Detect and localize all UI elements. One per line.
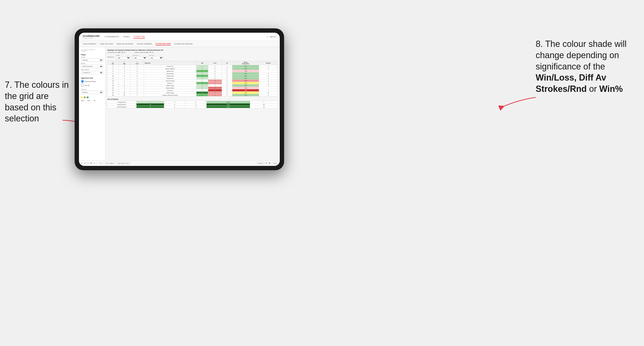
filter-opponent-select[interactable]: (All) [149,56,163,59]
table-row: 311 Esther Lee 1 0 1 1.50 4 [108,65,278,68]
annotation-left-text: 7. The colours in the grid are based on … [5,80,68,123]
sidebar-time: 16:55:38 [81,50,86,52]
filter-conference: Conference (All) [132,55,147,59]
filter-region: Region (All) [116,55,130,59]
toolbar-undo2[interactable]: ↩ [84,162,86,164]
main-content: Last Updated: 27/03/2024 16:55:38 Player… [79,47,280,160]
annotation-right-or: or [587,84,599,94]
radio-opponents-played[interactable]: Opponents Played [81,80,103,83]
col-win: Win [196,61,208,65]
opponent-view-section: Opponent view Opponents Played Top 100 [81,77,103,87]
filter-region-select[interactable]: (All) [116,56,130,59]
sidebar-player-title: Player [81,54,103,55]
sidebar-gender-label: Gender [81,56,103,58]
toolbar-sep1 [103,162,103,165]
logo-text: SCOREBOARD [83,35,100,37]
cell-diff-very-dark2: 7.400 [206,106,250,108]
col-opponent: Opponent [144,61,196,65]
cell-diff-very-dark: -5.00 [232,89,259,92]
toolbar-cut[interactable]: ✂ [94,162,95,164]
table-row: 1311 Jessica Huang 0 1 0 -3.00 2 [108,80,278,82]
col-div: #Div [108,61,118,65]
table-row: 1474 Eunice Yi 2 2 0 0.38 9 [108,82,278,84]
nav-link-tournaments[interactable]: TOURNAMENTS [104,35,119,38]
table-row: 20117 Federica Domecq Lacroze 2 1 0 1.33… [108,94,278,96]
legend-label-up: Up [92,100,95,101]
legend-label-level: Level [86,100,91,101]
toolbar-save-custom[interactable]: Save Custom View [116,162,130,165]
sub-nav-player-summary[interactable]: PLAYER SUMMARY [137,42,152,45]
out-of-division-title: Out of division [107,98,278,100]
table-row: NCAA Division 2 5 0 0 7.400 10 [108,106,278,108]
nav-link-teams[interactable]: TEAMS [123,35,130,38]
annotation-right-bold2: Win% [599,84,623,94]
sidebar-division-select[interactable]: NCAA Division III [81,65,103,68]
legend-dot-level [84,96,86,98]
toolbar-grid[interactable]: ⊞ [90,162,92,164]
toolbar-circle[interactable]: ⊙ [100,162,101,164]
nav-links: TOURNAMENTS TEAMS COMMITTEE [104,35,267,38]
toolbar-view-original[interactable]: View: Original [104,162,115,165]
sub-nav-player-h2h-heatmap[interactable]: PLAYER H2H HEATMAP [174,42,193,45]
toolbar-right: Watch ▾ ⊡ ⊠ Share [257,162,278,165]
colour-section: Colour by Win/loss [81,89,103,95]
main-data-table: #Div #Reg #Conf Opponent Win Loss Tie Di… [107,61,278,96]
arrow-right-indicator [500,95,538,109]
sub-nav-team-h2h-grid[interactable]: TEAM H2H GRID [100,42,113,45]
toolbar-icon1[interactable]: ⊡ [266,162,267,164]
cell-win-max: 15 [136,103,164,106]
nav-bar: SCOREBOARD Powered by clippd TOURNAMENTS… [79,33,280,41]
table-row: 914 Sharon Mun 1 0 0 3.67 3 [108,72,278,75]
out-of-division-table: Foreign Team 1 0 0 4.500 2 NAIA Division… [107,101,278,108]
toolbar-share[interactable]: Share [272,162,278,165]
sidebar-player-rank-label: Player (Rank) [81,69,103,70]
legend-labels: Down Level Up [81,100,103,101]
cell-loss-very-dark: 1 [208,89,222,92]
table-row: 1063 Andrea York 2 0 0 4.00 4 [108,75,278,77]
radio-top100[interactable]: Top 100 [81,84,103,87]
colour-by-select[interactable]: Win/loss [81,91,103,94]
sub-nav-team-summary[interactable]: TEAM SUMMARY [83,42,96,45]
legend-dot-down [81,96,83,98]
col-reg: #Reg [118,61,130,65]
legend-row [81,96,103,98]
toolbar-redo[interactable]: ↪ [87,162,89,164]
nav-signin-icon: ›| [267,36,268,37]
table-row: Foreign Team 1 0 0 4.500 2 [108,101,278,103]
table-row: 522 Alexis Sudjianto 1 0 0 4.00 3 [108,68,278,70]
table-header-row: #Div #Reg #Conf Opponent Win Loss Tie Di… [108,61,278,65]
nav-signout-link[interactable]: Sign out [270,36,276,37]
filter-row: Opponents: Region (All) Conference (All) [107,55,278,59]
filter-conference-label: Conference [132,55,147,56]
col-conf: #Conf [130,61,144,65]
table-row: 1631 Jessica Mason 1 2 0 -0.94 [108,87,278,89]
col-diff-av: Diff AvStrokes/Rnd [232,61,259,65]
tablet-screen: SCOREBOARD Powered by clippd TOURNAMENTS… [79,33,280,166]
grid-area: Katelyn Vo Head-to-Head Grid for Women's… [106,47,280,160]
sub-nav-team-h2h-heatmap[interactable]: TEAM H2H HEATMAP [116,42,133,45]
cell-win-very-dark2: 5 [136,106,164,108]
filter-opponent: Opponent (All) [149,55,163,59]
table-row: 1585 Stella Cheng 1 0 0 1.25 4 [108,84,278,87]
opponents-label: Opponents: [107,56,114,58]
toolbar-watch[interactable]: Watch ▾ [257,162,264,165]
filter-region-label: Region [116,55,130,56]
col-loss: Loss [208,61,222,65]
sidebar-gender-select[interactable]: Women's [81,58,103,62]
filter-conference-select[interactable]: (All) [132,56,147,59]
toolbar-dots[interactable]: ··· [96,162,98,164]
toolbar-undo[interactable]: ↩ [81,162,82,164]
annotation-right-text1: 8. The colour shade will change dependin… [536,39,627,71]
opponent-view-title: Opponent view [81,77,103,79]
sidebar: Last Updated: 27/03/2024 16:55:38 Player… [79,47,106,160]
sidebar-timestamp: Last Updated: 27/03/2024 16:55:38 [81,49,103,52]
table-row: 1111 Heejo Hyun 1 0 0 3.33 3 [108,77,278,80]
nav-link-committee[interactable]: COMMITTEE [133,35,145,38]
legend-label-down: Down [81,100,86,101]
colour-by-label: Colour by [81,89,103,90]
table-row: NAIA Division 1 15 0 0 9.267 30 [108,103,278,106]
sub-nav-player-h2h-grid[interactable]: PLAYER H2H GRID [156,42,171,45]
table-row: 633 Sydney Kuo 1 0 0 -1.00 [108,70,278,72]
sidebar-player-rank-select[interactable]: 8. Katelyn Vo [81,71,103,74]
toolbar-icon2[interactable]: ⊠ [269,162,270,164]
